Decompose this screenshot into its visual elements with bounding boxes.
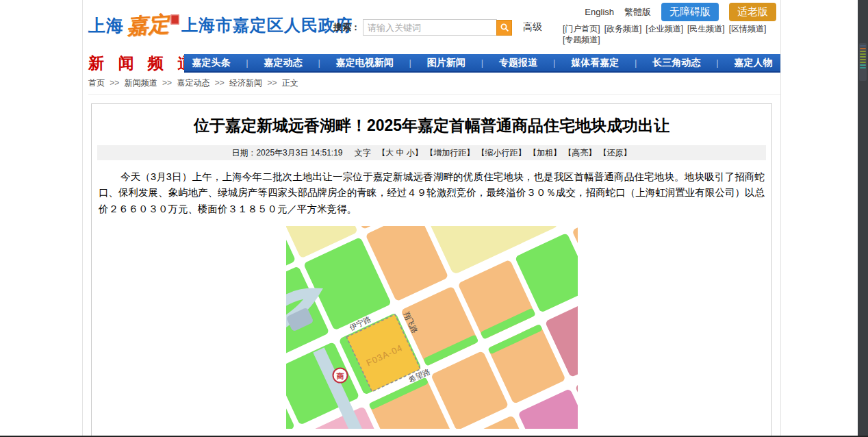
accessible-version-button[interactable]: 无障碍版 xyxy=(661,3,719,21)
nav-item-photo-news[interactable]: 图片新闻 xyxy=(427,57,465,69)
nav-separator: | xyxy=(553,58,555,68)
channel-links: [门户首页] [政务频道] [企业频道] [民生频道] [区情频道] [专题频道… xyxy=(563,23,775,45)
seal-icon xyxy=(170,14,179,25)
breadcrumb-separator: >> xyxy=(110,78,119,88)
nav-item-media-view[interactable]: 媒体看嘉定 xyxy=(571,57,619,69)
tool-bold[interactable]: 【加粗】 xyxy=(528,148,561,158)
nav-item-delta-dynamics[interactable]: 长三角动态 xyxy=(652,57,700,69)
tool-highlight[interactable]: 【高亮】 xyxy=(563,148,596,158)
tool-decrease-spacing[interactable]: 【缩小行距】 xyxy=(477,148,526,158)
nav-separator: | xyxy=(635,58,637,68)
breadcrumb: 首页 >> 新闻频道 >> 嘉定动态 >> 经济新闻 >> 正文 xyxy=(88,77,780,95)
font-size-label: 文字 xyxy=(355,148,371,158)
breadcrumb-separator: >> xyxy=(162,78,172,88)
tool-font-size[interactable]: 【大 中 小】 xyxy=(377,148,423,158)
logo-prefix-text: 上海 xyxy=(88,14,124,37)
channel-link-enterprise[interactable]: [企业频道] xyxy=(646,23,683,34)
nav-item-people[interactable]: 嘉定人物 xyxy=(734,57,772,69)
breadcrumb-dynamics[interactable]: 嘉定动态 xyxy=(177,78,209,88)
zoning-map-figure: F03A-04 伊宁路 翔飞路 希望路 商 公共服务设 xyxy=(286,226,578,437)
news-nav-bar: 嘉定头条 | 嘉定动态 | 嘉定电视新闻 | 图片新闻 | 专题报道 | 媒体看… xyxy=(184,54,780,73)
nav-separator: | xyxy=(716,58,718,68)
breadcrumb-home[interactable]: 首页 xyxy=(88,78,105,88)
article-date: 日期：2025年3月3日 14:51:19 xyxy=(231,148,342,158)
elder-version-button[interactable]: 适老版 xyxy=(729,3,776,21)
jiading-calligraphy: 嘉定 xyxy=(126,10,170,41)
site-header: 上海 嘉定 上海市嘉定区人民政府 搜索： 高级 English 繁體版 xyxy=(83,0,780,52)
nav-separator: | xyxy=(409,58,411,68)
page-column: 上海 嘉定 上海市嘉定区人民政府 搜索： 高级 English 繁體版 xyxy=(82,0,781,437)
zoning-map-image: F03A-04 伊宁路 翔飞路 希望路 商 xyxy=(286,226,578,429)
search-bar: 搜索： 高级 xyxy=(333,19,542,36)
article-box: 位于嘉定新城远香湖畔！2025年嘉定首幅普通商品住宅地块成功出让 日期：2025… xyxy=(91,103,772,437)
article-meta-bar: 日期：2025年3月3日 14:51:19 文字 【大 中 小】 【增加行距】 … xyxy=(97,145,766,160)
browser-viewport: 上海 嘉定 上海市嘉定区人民政府 搜索： 高级 English 繁體版 xyxy=(0,0,868,437)
breadcrumb-news[interactable]: 新闻频道 xyxy=(125,78,157,88)
site-logo[interactable]: 上海 嘉定 上海市嘉定区人民政府 xyxy=(88,11,353,40)
scrollbar-track[interactable] xyxy=(858,0,868,437)
nav-separator: | xyxy=(318,58,320,68)
tool-increase-spacing[interactable]: 【增加行距】 xyxy=(425,148,474,158)
commercial-marker: 商 xyxy=(333,369,347,383)
channel-link-special[interactable]: [专题频道] xyxy=(563,34,600,45)
article-title: 位于嘉定新城远香湖畔！2025年嘉定首幅普通商品住宅地块成功出让 xyxy=(119,115,744,136)
nav-separator: | xyxy=(481,58,483,68)
advanced-search-link[interactable]: 高级 xyxy=(523,21,542,34)
channel-link-portal[interactable]: [门户首页] xyxy=(563,23,600,34)
channel-link-gov[interactable]: [政务频道] xyxy=(604,23,642,34)
nav-separator: | xyxy=(246,58,248,68)
nav-item-headlines[interactable]: 嘉定头条 xyxy=(192,57,230,69)
search-input[interactable] xyxy=(363,19,497,36)
search-icon xyxy=(500,23,509,32)
breadcrumb-separator: >> xyxy=(215,78,225,88)
tool-reset[interactable]: 【还原】 xyxy=(599,148,632,158)
traditional-link[interactable]: 繁體版 xyxy=(624,6,651,18)
breadcrumb-current: 正文 xyxy=(282,78,298,88)
search-button[interactable] xyxy=(496,20,512,36)
nav-item-tv-news[interactable]: 嘉定电视新闻 xyxy=(336,57,394,69)
scrollbar-thumb[interactable] xyxy=(859,43,867,81)
commercial-marker-label: 商 xyxy=(335,372,344,380)
search-label: 搜索： xyxy=(333,21,360,34)
channel-link-district[interactable]: [区情频道] xyxy=(729,23,767,34)
nav-item-special-report[interactable]: 专题报道 xyxy=(499,57,537,69)
nav-item-dynamics[interactable]: 嘉定动态 xyxy=(264,57,303,69)
breadcrumb-separator: >> xyxy=(267,78,277,88)
news-nav-row: 新 闻 频 道 嘉定头条 | 嘉定动态 | 嘉定电视新闻 | 图片新闻 | 专题… xyxy=(83,54,780,73)
language-row: English 繁體版 无障碍版 适老版 xyxy=(585,3,776,21)
article-paragraph: 今天（3月3日）上午，上海今年二批次土地出让一宗位于嘉定新城远香湖畔的优质住宅地… xyxy=(99,169,765,217)
english-link[interactable]: English xyxy=(585,7,614,17)
channel-link-livelihood[interactable]: [民生频道] xyxy=(687,23,725,34)
gov-name: 上海市嘉定区人民政府 xyxy=(181,14,353,36)
news-channel-title: 新 闻 频 道 xyxy=(88,54,198,73)
breadcrumb-economy[interactable]: 经济新闻 xyxy=(229,78,262,88)
